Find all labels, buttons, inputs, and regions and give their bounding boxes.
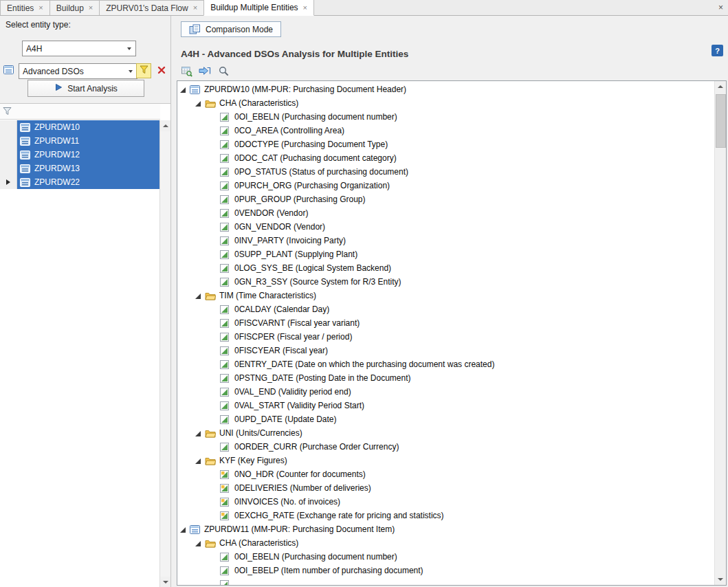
tree-node[interactable]: 0VAL_END (Validity period end) <box>177 385 715 399</box>
scroll-down-icon[interactable] <box>160 577 170 587</box>
tree-node[interactable]: 0VENDOR (Vendor) <box>177 206 715 220</box>
entity-cell[interactable]: ZPURDW22 <box>17 175 160 189</box>
tree-node[interactable]: UNI (Units/Currencies) <box>177 426 715 440</box>
tree-node[interactable]: 0SUPP_PLANT (Supplying Plant) <box>177 247 715 261</box>
scrollbar-thumb[interactable] <box>716 94 726 148</box>
tree-node[interactable]: 0FISCVARNT (Fiscal year variant) <box>177 316 715 330</box>
collapse-expander-icon[interactable] <box>195 457 202 464</box>
tree-node[interactable]: 0ORDER_CURR (Purchase Order Currency) <box>177 440 715 454</box>
tree-node[interactable]: 0ENTRY_DATE (Date on which the purchasin… <box>177 357 715 371</box>
system-select[interactable]: A4H <box>22 41 136 56</box>
tree-indent <box>180 571 210 571</box>
chevron-down-icon[interactable] <box>124 43 134 54</box>
tree-node[interactable]: 0OI_EBELN (Purchasing document number) <box>177 550 715 564</box>
tree-node[interactable] <box>177 577 715 585</box>
zoom-icon[interactable] <box>217 65 230 77</box>
tree-node[interactable]: KYF (Key Figures) <box>177 454 715 467</box>
tree-node-label: 0DOC_CAT (Puchasing document category) <box>234 153 397 163</box>
tree-node-label: 0LOG_SYS_BE (Logical System Backend) <box>234 263 391 273</box>
scroll-up-icon[interactable] <box>715 81 726 92</box>
help-icon[interactable]: ? <box>712 45 723 56</box>
tree-indent <box>180 144 210 145</box>
tree-node[interactable]: 0CO_AREA (Controlling Area) <box>177 124 715 137</box>
entity-cell[interactable]: ZPURDW12 <box>17 148 160 162</box>
tree-node[interactable]: 0DOC_CAT (Puchasing document category) <box>177 151 715 165</box>
tree-scrollbar[interactable] <box>714 81 726 585</box>
tree-node[interactable]: 0CALDAY (Calendar Day) <box>177 302 715 316</box>
tree-node[interactable]: 0INV_PARTY (Invoicing Party) <box>177 234 715 247</box>
entity-row[interactable]: ZPURDW12 <box>0 148 160 162</box>
tree-node[interactable]: ZPURDW11 (MM-PUR: Purchasing Document It… <box>177 522 715 536</box>
entity-list-scrollbar[interactable] <box>159 120 170 587</box>
collapse-expander-icon[interactable] <box>180 526 187 533</box>
tab-close-icon[interactable]: × <box>38 4 43 12</box>
collapse-expander-icon[interactable] <box>195 292 202 299</box>
tree-node[interactable]: 0PSTNG_DATE (Posting Date in the Documen… <box>177 371 715 385</box>
folder-icon <box>205 538 216 548</box>
tab-close-icon[interactable]: × <box>89 4 93 12</box>
chevron-down-icon[interactable] <box>125 65 135 77</box>
clear-filter-button[interactable] <box>154 63 169 78</box>
filter-funnel-icon[interactable] <box>3 107 12 116</box>
tree-node[interactable]: 0PUR_GROUP (Purchasing Group) <box>177 192 715 206</box>
tree-node[interactable]: CHA (Characteristics) <box>177 96 715 110</box>
tree-node[interactable]: 0OI_EBELP (Item number of purchasing doc… <box>177 564 715 577</box>
data-preview-icon[interactable] <box>179 65 193 77</box>
collapse-expander-icon[interactable] <box>180 86 187 93</box>
tree-node[interactable]: 0INVOICES (No. of invoices) <box>177 495 715 509</box>
tree-node-label: 0CO_AREA (Controlling Area) <box>234 126 344 135</box>
row-indicator <box>0 120 17 134</box>
tree-node[interactable]: 0GN_VENDOR (Vendor) <box>177 220 715 234</box>
tree-node[interactable]: 0VAL_START (Validity Period Start) <box>177 399 715 412</box>
entity-cell[interactable]: ZPURDW13 <box>17 162 160 175</box>
entity-cell[interactable]: ZPURDW11 <box>17 134 160 148</box>
start-analysis-button[interactable]: Start Analysis <box>27 80 144 97</box>
comparison-mode-button[interactable]: Comparison Mode <box>181 21 281 37</box>
scroll-up-icon[interactable] <box>160 120 170 131</box>
collapse-expander-icon[interactable] <box>195 540 202 546</box>
edit-filter-button[interactable] <box>136 63 151 78</box>
collapse-expander-icon[interactable] <box>195 430 202 436</box>
tab-zpurv01-data-flow[interactable]: ZPURV01's Data Flow × <box>99 0 204 15</box>
tree-node[interactable]: 0FISCPER (Fiscal year / period) <box>177 330 715 344</box>
tab-close-icon[interactable]: × <box>193 4 197 12</box>
tree-node[interactable]: 0DOCTYPE (Purchasing Document Type) <box>177 137 715 151</box>
tree-node[interactable]: 0EXCHG_RATE (Exchange rate for pricing a… <box>177 509 715 522</box>
tab-entities[interactable]: Entities × <box>0 0 50 15</box>
entity-type-select[interactable]: Advanced DSOs <box>19 63 137 79</box>
entity-row[interactable]: ZPURDW11 <box>0 134 160 148</box>
expander-placeholder <box>210 306 217 313</box>
tree-node[interactable]: 0NO_HDR (Counter for documents) <box>177 467 715 481</box>
tree-node[interactable]: 0OI_EBELN (Purchasing document number) <box>177 110 715 124</box>
sidebar-panel: Select entity type: A4H Advanced DSOs St… <box>0 15 171 587</box>
tree-indent <box>180 103 195 104</box>
collapse-expander-icon[interactable] <box>195 100 202 107</box>
tree-node[interactable]: TIM (Time Characteristics) <box>177 289 715 302</box>
tree-node-label: 0VAL_END (Validity period end) <box>234 387 351 397</box>
entity-cell[interactable]: ZPURDW10 <box>17 120 160 134</box>
tree-node-label: 0EXCHG_RATE (Exchange rate for pricing a… <box>234 511 444 520</box>
entity-row[interactable]: ZPURDW10 <box>0 120 160 134</box>
export-flow-icon[interactable] <box>198 65 212 77</box>
tab-close-icon[interactable]: × <box>303 4 307 12</box>
page-title: A4H - Advanced DSOs Analysis for Multipl… <box>181 49 408 59</box>
tree-node[interactable]: 0PURCH_ORG (Purchasing Organization) <box>177 179 715 192</box>
tree-node[interactable]: 0DELIVERIES (Number of deliveries) <box>177 481 715 495</box>
tab-buildup-multiple-entities[interactable]: Buildup Multiple Entities × <box>203 0 314 16</box>
entity-row[interactable]: ZPURDW13 <box>0 162 160 175</box>
panel-close-icon[interactable]: × <box>718 3 723 12</box>
entity-type-label: Select entity type: <box>5 20 71 30</box>
tree-node[interactable]: 0GN_R3_SSY (Source System for R/3 Entity… <box>177 275 715 289</box>
scroll-down-icon[interactable] <box>715 574 726 585</box>
tree-node[interactable]: 0UPD_DATE (Update Date) <box>177 412 715 426</box>
tab-buildup[interactable]: Buildup × <box>49 0 100 15</box>
expander-placeholder <box>210 498 217 505</box>
tree-node[interactable]: 0PO_STATUS (Status of purchasing documen… <box>177 165 715 179</box>
entity-row[interactable]: ZPURDW22 <box>0 175 160 189</box>
tree-node[interactable]: CHA (Characteristics) <box>177 536 715 550</box>
tree-node[interactable]: ZPURDW10 (MM-PUR: Purchasing Document He… <box>177 82 715 96</box>
tree-indent <box>180 296 195 296</box>
tree-node[interactable]: 0FISCYEAR (Fiscal year) <box>177 344 715 357</box>
tree-node[interactable]: 0LOG_SYS_BE (Logical System Backend) <box>177 261 715 275</box>
dso-icon <box>20 123 30 132</box>
